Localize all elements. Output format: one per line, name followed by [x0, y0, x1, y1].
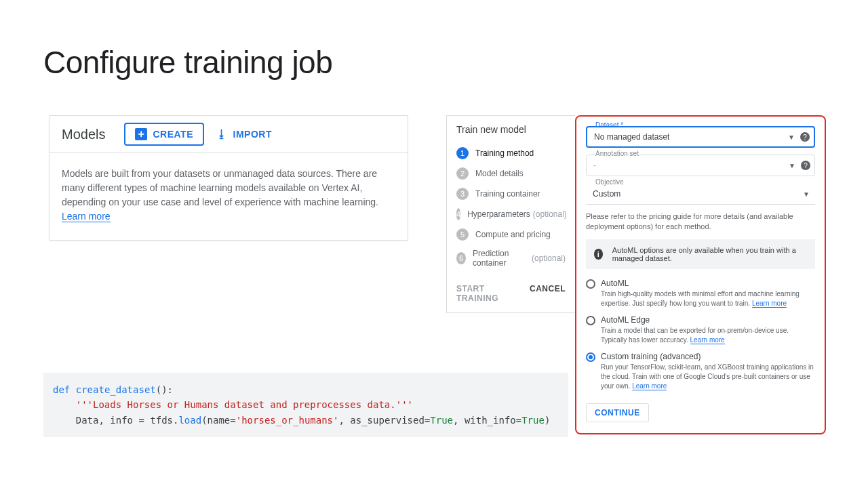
step-number: 4	[456, 208, 460, 220]
code-bool: True	[521, 415, 545, 426]
models-panel: Models + CREATE ⭳ IMPORT Models are buil…	[49, 115, 408, 241]
annotation-select[interactable]: - ▼ ?	[586, 155, 815, 176]
models-description-block: Models are built from your datasets or u…	[50, 153, 408, 240]
chevron-down-icon: ▼	[803, 190, 810, 197]
step-prediction-container[interactable]: 6 Prediction container (optional)	[447, 245, 575, 272]
code-text: )	[545, 415, 550, 426]
option-title: Custom training (advanced)	[601, 352, 815, 361]
option-title: AutoML	[601, 279, 815, 288]
step-compute-pricing[interactable]: 5 Compute and pricing	[447, 224, 575, 245]
learn-more-link[interactable]: Learn more	[632, 382, 667, 390]
create-button-label: CREATE	[153, 129, 193, 140]
dataset-value: No managed dataset	[594, 132, 669, 142]
code-text: Data, info = tfds.	[53, 415, 178, 426]
radio-icon	[586, 279, 595, 289]
learn-more-link[interactable]: Learn more	[62, 211, 111, 222]
dataset-select[interactable]: No managed dataset ▼ ?	[586, 126, 815, 148]
plus-icon: +	[135, 128, 147, 140]
models-description: Models are built from your datasets or u…	[62, 168, 378, 207]
annotation-value: -	[593, 161, 596, 170]
radio-icon	[586, 352, 595, 362]
info-banner: i AutoML options are only available when…	[586, 239, 815, 269]
wizard-actions: START TRAINING CANCEL	[447, 272, 575, 312]
import-button-label: IMPORT	[233, 129, 272, 140]
objective-field: Objective Custom ▼	[586, 183, 815, 205]
step-label: Model details	[475, 169, 524, 178]
create-button[interactable]: + CREATE	[124, 123, 204, 146]
continue-button[interactable]: CONTINUE	[586, 403, 649, 422]
cancel-button[interactable]: CANCEL	[530, 284, 566, 303]
code-bool: True	[430, 415, 453, 426]
step-label: Hyperparameters	[467, 209, 530, 219]
train-wizard: Train new model 1 Training method 2 Mode…	[446, 115, 575, 313]
training-method-panel: Dataset * No managed dataset ▼ ? Annotat…	[575, 115, 826, 434]
dataset-field: Dataset * No managed dataset ▼ ?	[586, 126, 815, 148]
optional-tag: (optional)	[533, 209, 567, 219]
step-number: 6	[456, 252, 466, 264]
code-text: , as_supervised=	[338, 415, 430, 426]
step-model-details[interactable]: 2 Model details	[447, 163, 575, 184]
code-string: 'horses_or_humans'	[236, 415, 339, 426]
radio-icon	[586, 316, 595, 325]
models-heading: Models	[62, 127, 105, 142]
models-header: Models + CREATE ⭳ IMPORT	[50, 116, 408, 153]
step-label: Training method	[475, 148, 534, 158]
option-title: AutoML Edge	[601, 315, 815, 325]
help-icon[interactable]: ?	[800, 132, 810, 142]
step-number: 5	[456, 228, 469, 241]
step-number: 2	[456, 167, 469, 180]
code-docstring: '''Loads Horses or Humans dataset and pr…	[76, 399, 413, 410]
learn-more-link[interactable]: Learn more	[752, 300, 787, 308]
code-function-name: create_dataset	[76, 384, 156, 395]
step-label: Compute and pricing	[475, 230, 551, 239]
objective-select[interactable]: Custom ▼	[586, 183, 815, 205]
code-method: load	[178, 415, 201, 426]
step-number: 3	[456, 188, 469, 200]
import-icon: ⭳	[216, 128, 228, 140]
help-icon[interactable]: ?	[801, 161, 810, 170]
option-automl[interactable]: AutoML Train high-quality models with mi…	[586, 279, 815, 308]
import-button[interactable]: ⭳ IMPORT	[216, 128, 272, 140]
option-automl-edge[interactable]: AutoML Edge Train a model that can be ex…	[586, 315, 815, 345]
code-text: (name=	[201, 415, 236, 426]
code-text: ():	[156, 384, 173, 395]
step-label: Training container	[475, 189, 540, 199]
code-snippet: def create_dataset(): '''Loads Horses or…	[43, 373, 568, 437]
chevron-down-icon: ▼	[789, 162, 795, 169]
page-title: Configure training job	[43, 44, 332, 81]
step-number: 1	[456, 147, 469, 159]
chevron-down-icon: ▼	[788, 134, 795, 141]
start-training-button[interactable]: START TRAINING	[456, 284, 516, 303]
step-label: Prediction container	[473, 249, 529, 268]
wizard-title: Train new model	[447, 116, 575, 143]
info-icon: i	[594, 249, 603, 260]
annotation-field: Annotation set - ▼ ?	[586, 155, 815, 176]
pricing-note: Please refer to the pricing guide for mo…	[586, 211, 815, 232]
info-banner-text: AutoML options are only available when y…	[612, 246, 807, 262]
code-keyword: def	[53, 384, 70, 395]
code-text: , with_info=	[453, 415, 521, 426]
step-training-container[interactable]: 3 Training container	[447, 184, 575, 204]
step-training-method[interactable]: 1 Training method	[447, 143, 575, 163]
option-custom-training[interactable]: Custom training (advanced) Run your Tens…	[586, 352, 815, 391]
learn-more-link[interactable]: Learn more	[690, 336, 725, 344]
objective-value: Custom	[593, 189, 620, 199]
optional-tag: (optional)	[532, 253, 566, 263]
step-hyperparameters[interactable]: 4 Hyperparameters (optional)	[447, 204, 575, 224]
